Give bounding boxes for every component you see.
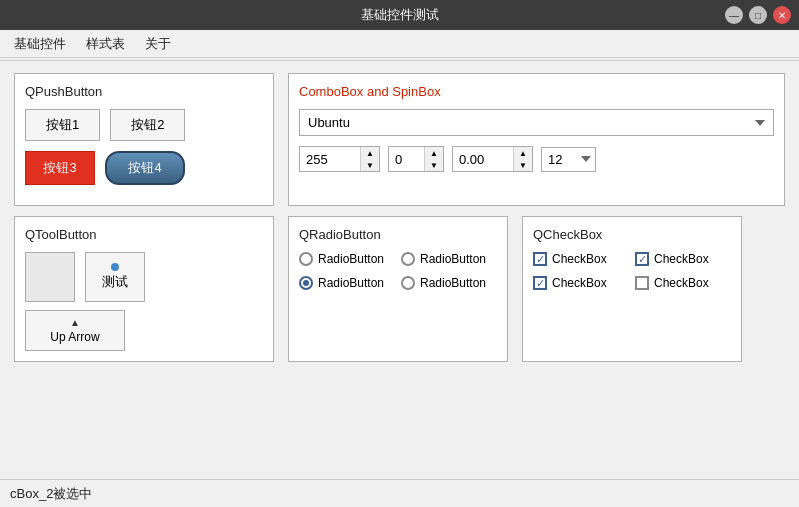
statusbar-text: cBox_2被选中 [10, 485, 92, 503]
maximize-button[interactable]: □ [749, 6, 767, 24]
up-arrow-icon: ▲ [70, 317, 80, 328]
combobox-font[interactable]: Ubuntu Arial Courier Helvetica [299, 109, 774, 136]
checkbox-item-2[interactable]: ✓ CheckBox [635, 252, 731, 266]
tool-button-icon[interactable]: 测试 [85, 252, 145, 302]
spinbox-2-input[interactable] [389, 148, 424, 171]
push-button-2[interactable]: 按钮2 [110, 109, 185, 141]
menu-item-stylesheet[interactable]: 样式表 [76, 31, 135, 57]
pushbutton-panel: QPushButton 按钮1 按钮2 按钮3 按钮4 [14, 73, 274, 206]
radio-item-1[interactable]: RadioButton [299, 252, 395, 266]
spinbox-3-arrows: ▲ ▼ [513, 147, 532, 171]
checkbox-grid: ✓ CheckBox ✓ CheckBox ✓ CheckBox CheckBo… [533, 252, 731, 290]
radio-item-2[interactable]: RadioButton [401, 252, 497, 266]
close-button[interactable]: ✕ [773, 6, 791, 24]
main-content: QPushButton 按钮1 按钮2 按钮3 按钮4 ComboBox and… [0, 63, 799, 479]
menubar: 基础控件 样式表 关于 [0, 30, 799, 58]
spinbox-3: ▲ ▼ [452, 146, 533, 172]
checkbox-title: QCheckBox [533, 227, 731, 242]
radio-label-2: RadioButton [420, 252, 486, 266]
radio-circle-3 [299, 276, 313, 290]
statusbar: cBox_2被选中 [0, 479, 799, 507]
tool-button-arrow[interactable]: ▲ Up Arrow [25, 310, 125, 351]
toolbutton-title: QToolButton [25, 227, 263, 242]
tool-button-plain[interactable] [25, 252, 75, 302]
checkbox-label-2: CheckBox [654, 252, 709, 266]
pushbutton-row1: 按钮1 按钮2 [25, 109, 263, 141]
combobox-spinbox-panel: ComboBox and SpinBox Ubuntu Arial Courie… [288, 73, 785, 206]
top-row: QPushButton 按钮1 按钮2 按钮3 按钮4 ComboBox and… [14, 73, 785, 206]
combobox-size[interactable]: 8 9 10 11 12 14 16 18 [541, 147, 596, 172]
minimize-button[interactable]: — [725, 6, 743, 24]
radiobutton-grid: RadioButton RadioButton RadioButton Radi… [299, 252, 497, 290]
checkbox-label-4: CheckBox [654, 276, 709, 290]
spinbox-2-arrows: ▲ ▼ [424, 147, 443, 171]
spinbox-2: ▲ ▼ [388, 146, 444, 172]
radio-label-3: RadioButton [318, 276, 384, 290]
radio-circle-1 [299, 252, 313, 266]
radio-circle-4 [401, 276, 415, 290]
radio-label-1: RadioButton [318, 252, 384, 266]
radio-item-4[interactable]: RadioButton [401, 276, 497, 290]
toolbutton-row: 测试 [25, 252, 263, 302]
checkbox-item-1[interactable]: ✓ CheckBox [533, 252, 629, 266]
pushbutton-row2: 按钮3 按钮4 [25, 151, 263, 185]
tool-button-arrow-label: Up Arrow [50, 330, 99, 344]
spinbox-2-up[interactable]: ▲ [425, 147, 443, 159]
pushbutton-title: QPushButton [25, 84, 263, 99]
titlebar-title: 基础控件测试 [361, 6, 439, 24]
push-button-4[interactable]: 按钮4 [105, 151, 185, 185]
checkbox-panel: QCheckBox ✓ CheckBox ✓ CheckBox ✓ CheckB… [522, 216, 742, 362]
checkbox-label-1: CheckBox [552, 252, 607, 266]
spinbox-1-up[interactable]: ▲ [361, 147, 379, 159]
radiobutton-title: QRadioButton [299, 227, 497, 242]
spinbox-1-arrows: ▲ ▼ [360, 147, 379, 171]
spinbox-3-down[interactable]: ▼ [514, 159, 532, 171]
tool-button-icon-label: 测试 [102, 273, 128, 291]
spinbox-row: ▲ ▼ ▲ ▼ ▲ ▼ [299, 146, 774, 172]
checkbox-box-4 [635, 276, 649, 290]
spinbox-1-down[interactable]: ▼ [361, 159, 379, 171]
tool-dot-icon [111, 263, 119, 271]
spinbox-1: ▲ ▼ [299, 146, 380, 172]
radio-label-4: RadioButton [420, 276, 486, 290]
spinbox-3-up[interactable]: ▲ [514, 147, 532, 159]
combobox-spinbox-title: ComboBox and SpinBox [299, 84, 774, 99]
radio-circle-2 [401, 252, 415, 266]
checkbox-box-2: ✓ [635, 252, 649, 266]
checkbox-box-3: ✓ [533, 276, 547, 290]
radiobutton-panel: QRadioButton RadioButton RadioButton Rad… [288, 216, 508, 362]
spinbox-2-down[interactable]: ▼ [425, 159, 443, 171]
titlebar-controls: — □ ✕ [725, 6, 791, 24]
push-button-3[interactable]: 按钮3 [25, 151, 95, 185]
spinbox-1-input[interactable] [300, 148, 360, 171]
push-button-1[interactable]: 按钮1 [25, 109, 100, 141]
spinbox-3-input[interactable] [453, 148, 513, 171]
menu-item-about[interactable]: 关于 [135, 31, 181, 57]
checkbox-label-3: CheckBox [552, 276, 607, 290]
radio-item-3[interactable]: RadioButton [299, 276, 395, 290]
titlebar: 基础控件测试 — □ ✕ [0, 0, 799, 30]
menu-item-basic-controls[interactable]: 基础控件 [4, 31, 76, 57]
checkbox-item-3[interactable]: ✓ CheckBox [533, 276, 629, 290]
checkbox-item-4[interactable]: CheckBox [635, 276, 731, 290]
bottom-row: QToolButton 测试 ▲ Up Arrow QRadioButton R… [14, 216, 785, 362]
toolbutton-panel: QToolButton 测试 ▲ Up Arrow [14, 216, 274, 362]
checkbox-box-1: ✓ [533, 252, 547, 266]
